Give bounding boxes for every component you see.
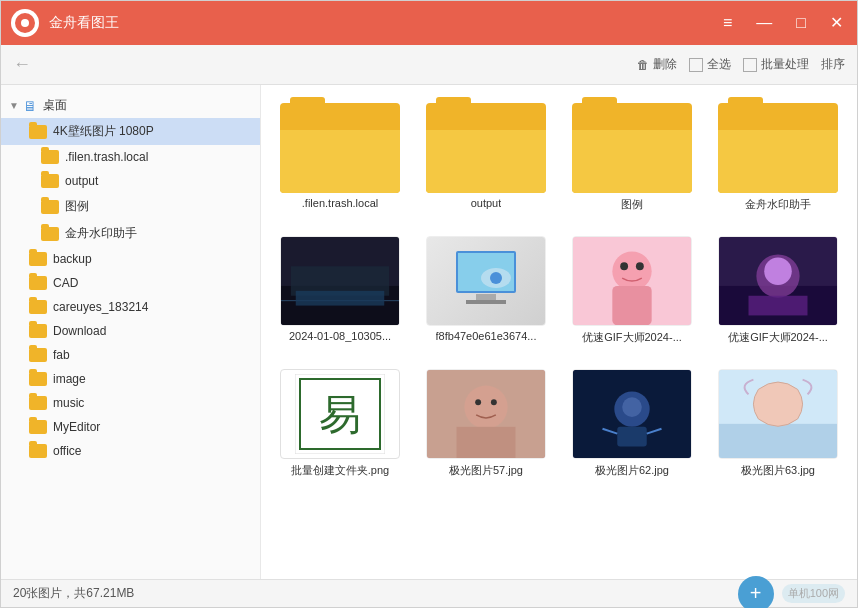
folder-icon xyxy=(29,396,47,410)
folder-icon xyxy=(29,324,47,338)
image-thumbnail xyxy=(572,236,692,326)
sidebar-item-label: 4K壁纸图片 1080P xyxy=(53,123,154,140)
image-thumbnail xyxy=(426,369,546,459)
svg-point-15 xyxy=(636,262,644,270)
statusbar-right: + 单机100网 xyxy=(738,576,845,609)
file-item[interactable]: 优速GIF大师2024-... xyxy=(711,230,845,351)
sidebar-item-jinzhou[interactable]: 金舟水印助手 xyxy=(1,220,260,247)
svg-rect-13 xyxy=(612,286,651,325)
sidebar-item-backup[interactable]: backup xyxy=(1,247,260,271)
file-item[interactable]: 极光图片57.jpg xyxy=(419,363,553,484)
batch-button[interactable]: 批量处理 xyxy=(743,56,809,73)
sidebar-item-label: output xyxy=(65,174,98,188)
svg-point-25 xyxy=(464,385,507,428)
file-label: 极光图片62.jpg xyxy=(595,463,669,478)
sidebar-item-label: CAD xyxy=(53,276,78,290)
folder-icon xyxy=(29,125,47,139)
sidebar-item-myeditor[interactable]: MyEditor xyxy=(1,415,260,439)
folder-icon xyxy=(29,276,47,290)
sidebar-item-filen-trash[interactable]: .filen.trash.local xyxy=(1,145,260,169)
sidebar-item-label: careuyes_183214 xyxy=(53,300,148,314)
selectall-label: 全选 xyxy=(707,56,731,73)
delete-icon: 🗑 xyxy=(637,58,649,72)
sidebar-item-music[interactable]: music xyxy=(1,391,260,415)
sidebar: ▼ 🖥 桌面 4K壁纸图片 1080P .filen.trash.local o… xyxy=(1,85,261,579)
sidebar-item-label: music xyxy=(53,396,84,410)
file-item[interactable]: f8fb47e0e61e3674... xyxy=(419,230,553,351)
svg-point-12 xyxy=(612,252,651,291)
file-content: .filen.trash.local output 图例 xyxy=(261,85,857,579)
svg-point-31 xyxy=(622,397,642,417)
image-thumbnail xyxy=(718,369,838,459)
folder-icon xyxy=(41,227,59,241)
image-thumbnail xyxy=(718,236,838,326)
svg-point-26 xyxy=(475,399,481,405)
menu-button[interactable]: ≡ xyxy=(719,11,736,35)
sort-button[interactable]: 排序 xyxy=(821,56,845,73)
maximize-button[interactable]: □ xyxy=(792,11,810,35)
titlebar: 金舟看图王 ≡ — □ ✕ xyxy=(1,1,857,45)
selectall-button[interactable]: 全选 xyxy=(689,56,731,73)
folder-icon xyxy=(41,200,59,214)
sidebar-item-label: MyEditor xyxy=(53,420,100,434)
image-thumbnail xyxy=(426,236,546,326)
folder-icon xyxy=(41,150,59,164)
file-item[interactable]: 易 批量创建文件夹.png xyxy=(273,363,407,484)
image-thumbnail: 易 xyxy=(280,369,400,459)
sidebar-item-image[interactable]: image xyxy=(1,367,260,391)
file-item[interactable]: .filen.trash.local xyxy=(273,97,407,218)
folder-thumbnail xyxy=(280,103,400,193)
sidebar-item-4k-wallpaper[interactable]: 4K壁纸图片 1080P xyxy=(1,118,260,145)
section-label: 桌面 xyxy=(43,97,67,114)
file-item[interactable]: 极光图片63.jpg xyxy=(711,363,845,484)
main-window: 金舟看图王 ≡ — □ ✕ ← 🗑 删除 全选 批量处理 排序 xyxy=(0,0,858,608)
sidebar-item-label: 图例 xyxy=(65,198,89,215)
file-item[interactable]: 图例 xyxy=(565,97,699,218)
svg-rect-8 xyxy=(466,300,506,304)
close-button[interactable]: ✕ xyxy=(826,11,847,35)
file-item[interactable]: 极光图片62.jpg xyxy=(565,363,699,484)
folder-icon xyxy=(29,300,47,314)
file-label: 图例 xyxy=(621,197,643,212)
sidebar-item-careuyes[interactable]: careuyes_183214 xyxy=(1,295,260,319)
file-label: 极光图片63.jpg xyxy=(741,463,815,478)
svg-text:易: 易 xyxy=(319,392,361,438)
folder-thumbnail xyxy=(572,103,692,193)
file-item[interactable]: 2024-01-08_10305... xyxy=(273,230,407,351)
folder-icon xyxy=(29,252,47,266)
sidebar-item-label: .filen.trash.local xyxy=(65,150,148,164)
folder-icon xyxy=(29,420,47,434)
sidebar-item-label: Download xyxy=(53,324,106,338)
batch-label: 批量处理 xyxy=(761,56,809,73)
svg-rect-28 xyxy=(457,427,516,458)
sidebar-item-download[interactable]: Download xyxy=(1,319,260,343)
minimize-button[interactable]: — xyxy=(752,11,776,35)
sidebar-item-cad[interactable]: CAD xyxy=(1,271,260,295)
back-button[interactable]: ← xyxy=(13,54,31,75)
file-item[interactable]: 金舟水印助手 xyxy=(711,97,845,218)
window-controls: ≡ — □ ✕ xyxy=(719,11,847,35)
delete-button[interactable]: 🗑 删除 xyxy=(637,56,677,73)
sidebar-section-desktop[interactable]: ▼ 🖥 桌面 xyxy=(1,93,260,118)
svg-point-14 xyxy=(620,262,628,270)
svg-point-27 xyxy=(491,399,497,405)
desktop-icon: 🖥 xyxy=(23,98,37,114)
svg-point-10 xyxy=(490,272,502,284)
file-label: 优速GIF大师2024-... xyxy=(728,330,828,345)
file-item[interactable]: 优速GIF大师2024-... xyxy=(565,230,699,351)
sidebar-item-output[interactable]: output xyxy=(1,169,260,193)
app-logo xyxy=(11,9,39,37)
main-area: ▼ 🖥 桌面 4K壁纸图片 1080P .filen.trash.local o… xyxy=(1,85,857,579)
svg-point-19 xyxy=(764,257,792,285)
sidebar-item-fab[interactable]: fab xyxy=(1,343,260,367)
app-title: 金舟看图王 xyxy=(49,14,719,32)
folder-thumbnail xyxy=(718,103,838,193)
fab-button[interactable]: + xyxy=(738,576,774,609)
file-label: 极光图片57.jpg xyxy=(449,463,523,478)
delete-label: 删除 xyxy=(653,56,677,73)
section-arrow-icon: ▼ xyxy=(9,100,19,111)
sidebar-item-office[interactable]: office xyxy=(1,439,260,463)
sidebar-item-tuli[interactable]: 图例 xyxy=(1,193,260,220)
svg-rect-32 xyxy=(617,427,647,447)
file-item[interactable]: output xyxy=(419,97,553,218)
